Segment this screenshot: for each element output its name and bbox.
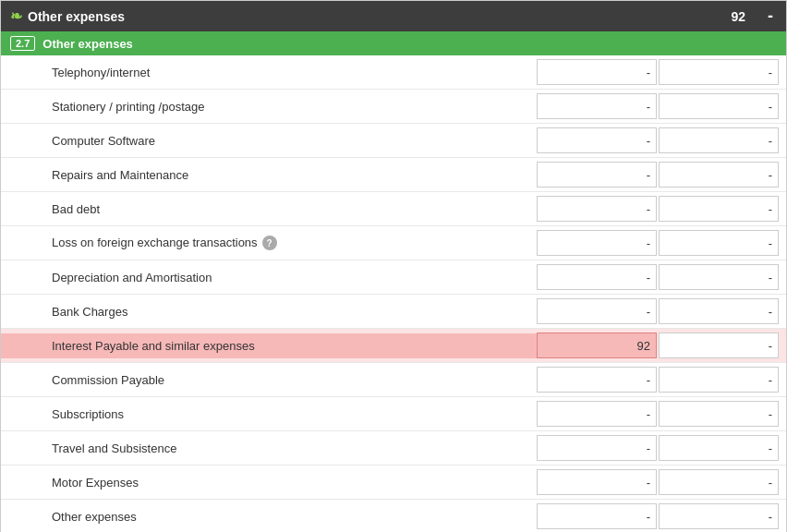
- row-label-commission: Commission Payable: [1, 373, 537, 387]
- input1-subscriptions[interactable]: [537, 401, 657, 427]
- input1-telephony[interactable]: [537, 59, 657, 85]
- input2-interest-payable[interactable]: [659, 332, 779, 358]
- main-container: ❧ Other expenses 92 - 2.7 Other expenses…: [0, 0, 787, 532]
- row-label-other: Other expenses: [1, 510, 537, 524]
- table-row: Motor Expenses: [1, 466, 786, 500]
- table-row: Interest Payable and similar expenses: [1, 329, 786, 363]
- row-label-bad-debt: Bad debt: [1, 202, 537, 216]
- row-label-stationery: Stationery / printing /postage: [1, 100, 537, 114]
- input2-other[interactable]: [659, 503, 779, 529]
- input2-bad-debt[interactable]: [659, 196, 779, 222]
- inputs-subscriptions: [537, 401, 786, 427]
- info-icon-loss-foreign[interactable]: ?: [262, 236, 277, 250]
- input2-travel[interactable]: [659, 435, 779, 461]
- input2-loss-foreign[interactable]: [659, 230, 779, 256]
- inputs-bad-debt: [537, 196, 786, 222]
- input2-depreciation[interactable]: [659, 264, 779, 290]
- table-row: Stationery / printing /postage: [1, 90, 786, 124]
- row-label-computer-software: Computer Software: [1, 134, 537, 148]
- inputs-travel: [537, 435, 786, 461]
- row-label-depreciation: Depreciation and Amortisation: [1, 271, 537, 284]
- input2-commission[interactable]: [659, 367, 779, 393]
- row-label-motor: Motor Expenses: [1, 476, 537, 490]
- row-label-travel: Travel and Subsistence: [1, 441, 537, 455]
- table-row: Repairs and Maintenance: [1, 158, 786, 192]
- row-label-bank-charges: Bank Charges: [1, 305, 537, 319]
- collapse-button[interactable]: -: [764, 6, 777, 26]
- table-row: Travel and Subsistence: [1, 431, 786, 466]
- row-label-subscriptions: Subscriptions: [1, 407, 537, 421]
- table-row: Other expenses: [1, 500, 786, 532]
- expand-icon[interactable]: ❧: [10, 7, 22, 25]
- input1-bank-charges[interactable]: [537, 298, 657, 324]
- section-label: Other expenses: [42, 37, 133, 51]
- table-row: Depreciation and Amortisation: [1, 260, 786, 295]
- inputs-stationery: [537, 93, 786, 119]
- table-row: Telephony/internet: [1, 55, 786, 90]
- input1-commission[interactable]: [537, 367, 657, 393]
- input2-subscriptions[interactable]: [659, 401, 779, 427]
- inputs-other: [537, 503, 786, 529]
- input1-interest-payable[interactable]: [537, 332, 657, 358]
- input2-telephony[interactable]: [659, 59, 779, 85]
- header-title: Other expenses: [28, 9, 125, 24]
- input2-stationery[interactable]: [659, 93, 779, 119]
- table-row: Subscriptions: [1, 397, 786, 431]
- row-label-loss-foreign: Loss on foreign exchange transactions?: [1, 236, 537, 251]
- input2-repairs[interactable]: [659, 162, 779, 187]
- input2-motor[interactable]: [659, 469, 779, 495]
- input2-computer-software[interactable]: [659, 127, 779, 153]
- table-row: Commission Payable: [1, 363, 786, 397]
- input1-depreciation[interactable]: [537, 264, 657, 290]
- section-header-bar: ❧ Other expenses 92 -: [1, 1, 786, 31]
- input1-motor[interactable]: [537, 469, 657, 495]
- header-left: ❧ Other expenses: [10, 7, 125, 25]
- inputs-repairs: [537, 162, 786, 187]
- subsection-header: 2.7 Other expenses: [1, 31, 786, 55]
- table-row: Loss on foreign exchange transactions?: [1, 226, 786, 260]
- row-label-interest-payable: Interest Payable and similar expenses: [1, 333, 537, 358]
- input1-computer-software[interactable]: [537, 127, 657, 153]
- input1-bad-debt[interactable]: [537, 196, 657, 222]
- rows-container: Telephony/internetStationery / printing …: [1, 55, 786, 532]
- input1-travel[interactable]: [537, 435, 657, 461]
- input1-repairs[interactable]: [537, 162, 657, 187]
- table-row: Computer Software: [1, 124, 786, 158]
- input1-loss-foreign[interactable]: [537, 230, 657, 256]
- row-label-telephony: Telephony/internet: [1, 66, 537, 79]
- inputs-commission: [537, 367, 786, 393]
- inputs-depreciation: [537, 264, 786, 290]
- inputs-telephony: [537, 59, 786, 85]
- section-badge: 2.7: [10, 36, 35, 51]
- input1-stationery[interactable]: [537, 93, 657, 119]
- table-row: Bank Charges: [1, 295, 786, 329]
- inputs-interest-payable: [537, 332, 786, 358]
- input2-bank-charges[interactable]: [659, 298, 779, 324]
- header-right: 92 -: [731, 6, 777, 26]
- inputs-computer-software: [537, 127, 786, 153]
- inputs-bank-charges: [537, 298, 786, 324]
- row-label-repairs: Repairs and Maintenance: [1, 168, 537, 182]
- inputs-motor: [537, 469, 786, 495]
- header-value: 92: [731, 9, 745, 24]
- table-row: Bad debt: [1, 192, 786, 226]
- input1-other[interactable]: [537, 503, 657, 529]
- inputs-loss-foreign: [537, 230, 786, 256]
